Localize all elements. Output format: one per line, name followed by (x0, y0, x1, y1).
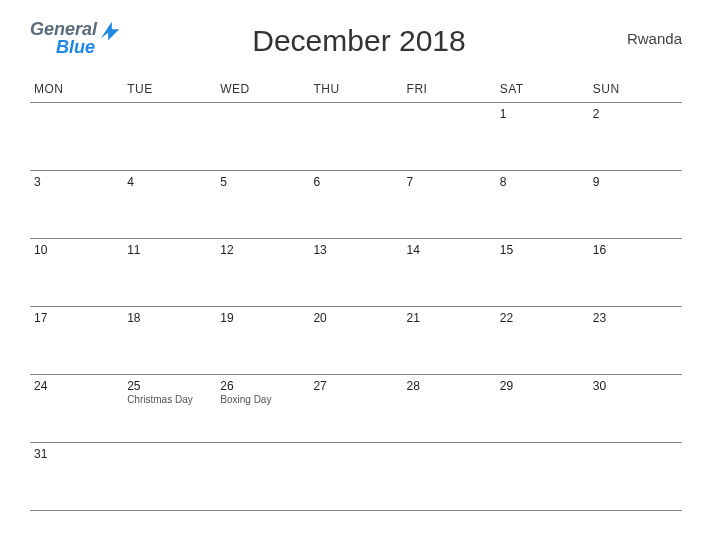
calendar-cell (216, 443, 309, 511)
weekday-header: SAT (496, 76, 589, 103)
calendar-row: 2425Christmas Day26Boxing Day27282930 (30, 375, 682, 443)
calendar-cell: 15 (496, 239, 589, 307)
day-number: 26 (220, 379, 305, 393)
day-number: 31 (34, 447, 119, 461)
day-number: 20 (313, 311, 398, 325)
calendar-cell (123, 103, 216, 171)
day-number: 24 (34, 379, 119, 393)
day-number: 5 (220, 175, 305, 189)
calendar-cell: 16 (589, 239, 682, 307)
calendar-cell: 7 (403, 171, 496, 239)
day-number: 30 (593, 379, 678, 393)
day-number: 13 (313, 243, 398, 257)
calendar-cell (30, 103, 123, 171)
calendar-cell: 5 (216, 171, 309, 239)
calendar-cell (403, 443, 496, 511)
calendar-row: 31 (30, 443, 682, 511)
day-number: 29 (500, 379, 585, 393)
day-number: 17 (34, 311, 119, 325)
calendar-cell: 29 (496, 375, 589, 443)
day-number: 11 (127, 243, 212, 257)
day-number: 23 (593, 311, 678, 325)
logo-line1: General (30, 20, 97, 38)
calendar-cell: 12 (216, 239, 309, 307)
calendar-cell: 24 (30, 375, 123, 443)
day-number: 25 (127, 379, 212, 393)
weekday-header: THU (309, 76, 402, 103)
day-number: 21 (407, 311, 492, 325)
day-number: 15 (500, 243, 585, 257)
day-number: 12 (220, 243, 305, 257)
calendar-cell (309, 443, 402, 511)
day-number: 4 (127, 175, 212, 189)
day-number: 2 (593, 107, 678, 121)
weekday-header: FRI (403, 76, 496, 103)
calendar-cell (496, 443, 589, 511)
calendar-cell (123, 443, 216, 511)
day-number: 14 (407, 243, 492, 257)
day-number: 1 (500, 107, 585, 121)
weekday-header-row: MON TUE WED THU FRI SAT SUN (30, 76, 682, 103)
day-number: 8 (500, 175, 585, 189)
weekday-header: MON (30, 76, 123, 103)
weekday-header: WED (216, 76, 309, 103)
calendar-cell (309, 103, 402, 171)
day-number: 28 (407, 379, 492, 393)
calendar-cell: 14 (403, 239, 496, 307)
day-number: 18 (127, 311, 212, 325)
calendar-cell: 2 (589, 103, 682, 171)
calendar-cell: 20 (309, 307, 402, 375)
calendar-cell: 18 (123, 307, 216, 375)
holiday-label: Christmas Day (127, 394, 212, 405)
calendar-cell: 22 (496, 307, 589, 375)
day-number: 27 (313, 379, 398, 393)
calendar-cell (216, 103, 309, 171)
calendar-cell: 3 (30, 171, 123, 239)
day-number: 7 (407, 175, 492, 189)
country-label: Rwanda (627, 30, 682, 47)
calendar-cell: 26Boxing Day (216, 375, 309, 443)
calendar-row: 12 (30, 103, 682, 171)
calendar-cell: 11 (123, 239, 216, 307)
calendar-row: 3456789 (30, 171, 682, 239)
day-number: 19 (220, 311, 305, 325)
calendar-cell: 10 (30, 239, 123, 307)
calendar-cell: 17 (30, 307, 123, 375)
calendar-cell: 8 (496, 171, 589, 239)
calendar-cell: 27 (309, 375, 402, 443)
calendar-cell (403, 103, 496, 171)
day-number: 6 (313, 175, 398, 189)
calendar-cell: 28 (403, 375, 496, 443)
calendar-cell: 25Christmas Day (123, 375, 216, 443)
day-number: 16 (593, 243, 678, 257)
calendar-cell: 9 (589, 171, 682, 239)
day-number: 22 (500, 311, 585, 325)
calendar-cell (589, 443, 682, 511)
day-number: 10 (34, 243, 119, 257)
calendar-cell: 1 (496, 103, 589, 171)
day-number: 9 (593, 175, 678, 189)
calendar-title: December 2018 (91, 24, 627, 58)
holiday-label: Boxing Day (220, 394, 305, 405)
logo-text: General Blue (30, 20, 97, 56)
calendar-grid: MON TUE WED THU FRI SAT SUN 123456789101… (30, 76, 682, 511)
calendar-cell: 13 (309, 239, 402, 307)
weekday-header: SUN (589, 76, 682, 103)
calendar-cell: 6 (309, 171, 402, 239)
header: General Blue December 2018 Rwanda (30, 20, 682, 58)
calendar-cell: 21 (403, 307, 496, 375)
calendar-row: 10111213141516 (30, 239, 682, 307)
day-number: 3 (34, 175, 119, 189)
calendar-cell: 31 (30, 443, 123, 511)
calendar-cell: 30 (589, 375, 682, 443)
logo-line2: Blue (30, 38, 97, 56)
calendar-cell: 19 (216, 307, 309, 375)
calendar-row: 17181920212223 (30, 307, 682, 375)
calendar-cell: 4 (123, 171, 216, 239)
weekday-header: TUE (123, 76, 216, 103)
calendar-cell: 23 (589, 307, 682, 375)
